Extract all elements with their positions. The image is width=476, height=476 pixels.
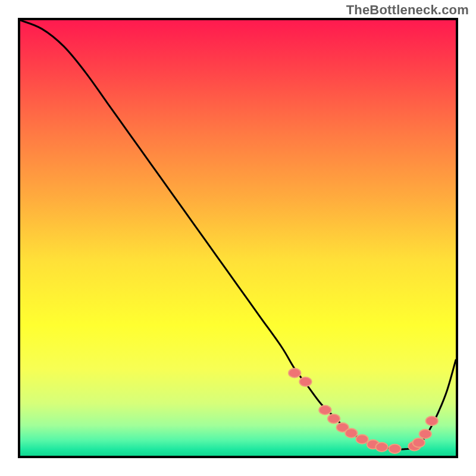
curve-layer — [20, 20, 456, 456]
plot-frame — [18, 18, 458, 458]
curve-marker — [375, 443, 387, 452]
curve-marker — [289, 368, 300, 377]
curve-marker — [328, 414, 340, 423]
plot-area — [20, 20, 456, 456]
curve-marker — [319, 405, 331, 414]
curve-marker — [299, 377, 311, 386]
bottleneck-curve — [20, 20, 456, 449]
curve-marker — [413, 438, 425, 447]
curve-marker — [389, 444, 400, 453]
curve-markers — [289, 368, 438, 453]
curve-marker — [356, 434, 368, 443]
curve-marker — [425, 416, 437, 425]
chart-stage: TheBottleneck.com — [0, 0, 476, 476]
curve-marker — [345, 428, 357, 437]
curve-marker — [419, 430, 431, 439]
watermark-text: TheBottleneck.com — [346, 2, 469, 18]
